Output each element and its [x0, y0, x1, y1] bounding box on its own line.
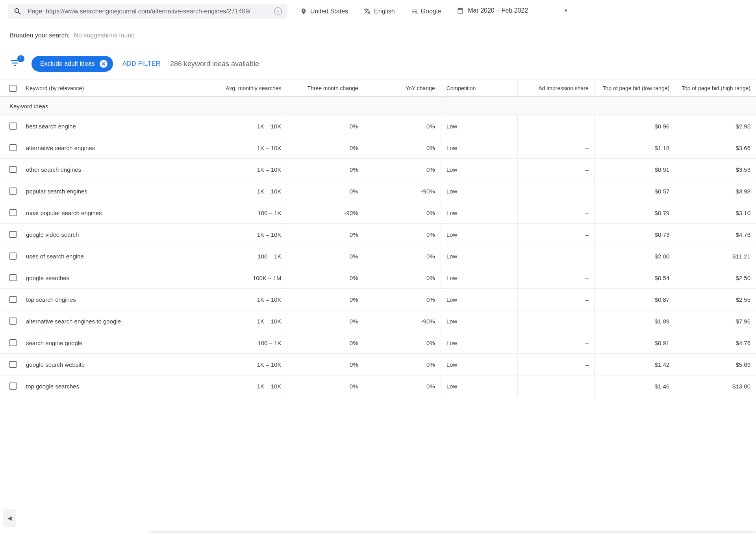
row-checkbox[interactable] — [9, 209, 17, 216]
close-icon[interactable]: ✕ — [100, 60, 107, 68]
info-icon[interactable]: i — [274, 7, 282, 15]
keyword-cell: uses of search engine — [26, 253, 84, 260]
avg-searches-cell: 1K – 10K — [170, 224, 287, 245]
yoy-cell: 0% — [364, 354, 441, 375]
table-row[interactable]: google video search1K – 10K0%0%Low–$0.73… — [0, 224, 756, 245]
row-checkbox[interactable] — [9, 123, 17, 130]
broaden-search-row: Broaden your search: No suggestions foun… — [0, 23, 756, 48]
three-month-cell: 0% — [287, 267, 364, 289]
competition-cell: Low — [441, 224, 517, 245]
three-month-cell: 0% — [287, 354, 364, 375]
bid-low-cell: $1.89 — [594, 310, 675, 332]
table-row[interactable]: google search website1K – 10K0%0%Low–$1.… — [0, 354, 756, 375]
row-checkbox[interactable] — [9, 296, 17, 303]
keyword-cell: alternative search engines — [26, 145, 95, 151]
avg-searches-cell: 1K – 10K — [170, 310, 287, 332]
yoy-cell: 0% — [364, 375, 441, 397]
translate-icon — [364, 8, 371, 15]
yoy-cell: 0% — [364, 202, 441, 224]
col-keyword[interactable]: Keyword (by relevance) — [26, 85, 84, 92]
three-month-cell: 0% — [287, 224, 364, 245]
row-checkbox[interactable] — [9, 339, 17, 346]
three-month-cell: -90% — [287, 202, 364, 224]
ad-impression-cell: – — [517, 375, 594, 397]
keyword-cell: google video search — [26, 231, 79, 238]
ad-impression-cell: – — [517, 115, 594, 137]
avg-searches-cell: 100 – 1K — [170, 245, 287, 267]
keyword-ideas-table: Keyword (by relevance) Avg. monthly sear… — [0, 80, 756, 397]
row-checkbox[interactable] — [9, 231, 17, 238]
three-month-cell: 0% — [287, 332, 364, 354]
avg-searches-cell: 1K – 10K — [170, 159, 287, 180]
avg-searches-cell: 100 – 1K — [170, 332, 287, 354]
keyword-cell: search engine google — [26, 340, 82, 346]
three-month-cell: 0% — [287, 159, 364, 180]
table-header-row: Keyword (by relevance) Avg. monthly sear… — [0, 80, 756, 97]
table-row[interactable]: popular search engines1K – 10K0%-90%Low–… — [0, 180, 756, 202]
yoy-cell: 0% — [364, 332, 441, 354]
table-row[interactable]: google searches100K – 1M0%0%Low–$0.54$2.… — [0, 267, 756, 289]
table-row[interactable]: other search engines1K – 10K0%0%Low–$0.9… — [0, 159, 756, 180]
yoy-cell: 0% — [364, 289, 441, 310]
yoy-cell: 0% — [364, 267, 441, 289]
table-row[interactable]: search engine google100 – 1K0%0%Low–$0.9… — [0, 332, 756, 354]
table-row[interactable]: best search engine1K – 10K0%0%Low–$0.96$… — [0, 115, 756, 137]
col-ad-impression[interactable]: Ad impression share — [517, 80, 594, 97]
competition-cell: Low — [441, 180, 517, 202]
bid-high-cell: $2.50 — [675, 267, 756, 289]
language-filter[interactable]: English — [364, 8, 395, 15]
bid-low-cell: $0.79 — [594, 202, 675, 224]
date-range-filter[interactable]: Mar 2020 – Feb 2022 ▼ — [457, 7, 568, 16]
row-checkbox[interactable] — [9, 383, 17, 390]
table-row[interactable]: alternative search engines to google1K –… — [0, 310, 756, 332]
table-row[interactable]: uses of search engine100 – 1K0%0%Low–$2.… — [0, 245, 756, 267]
chip-label: Exclude adult ideas — [40, 60, 95, 67]
ad-impression-cell: – — [517, 137, 594, 159]
search-page-url: Page: https://www.searchenginejournal.co… — [28, 7, 269, 16]
row-checkbox[interactable] — [9, 318, 17, 325]
col-competition[interactable]: Competition — [441, 80, 517, 97]
table-row[interactable]: top google searches1K – 10K0%0%Low–$1.46… — [0, 375, 756, 397]
table-row[interactable]: top search engines1K – 10K0%0%Low–$0.87$… — [0, 289, 756, 310]
col-bid-high[interactable]: Top of page bid (high range) — [675, 80, 756, 97]
yoy-cell: 0% — [364, 115, 441, 137]
bid-low-cell: $1.42 — [594, 354, 675, 375]
row-checkbox[interactable] — [9, 188, 17, 195]
table-row[interactable]: most popular search engines100 – 1K-90%0… — [0, 202, 756, 224]
search-pill[interactable]: Page: https://www.searchenginejournal.co… — [8, 4, 287, 19]
col-yoy[interactable]: YoY change — [364, 80, 441, 97]
avg-searches-cell: 1K – 10K — [170, 354, 287, 375]
competition-cell: Low — [441, 202, 517, 224]
competition-cell: Low — [441, 159, 517, 180]
section-label: Keyword ideas — [0, 97, 756, 115]
avg-searches-cell: 1K – 10K — [170, 180, 287, 202]
keyword-cell: top google searches — [26, 383, 79, 390]
ad-impression-cell: – — [517, 267, 594, 289]
row-checkbox[interactable] — [9, 274, 17, 281]
yoy-cell: -90% — [364, 180, 441, 202]
col-three-month[interactable]: Three month change — [287, 80, 364, 97]
table-row[interactable]: alternative search engines1K – 10K0%0%Lo… — [0, 137, 756, 159]
add-filter-button[interactable]: ADD FILTER — [122, 60, 161, 67]
active-filters-funnel[interactable]: 1 — [9, 58, 22, 70]
filter-chip-exclude-adult[interactable]: Exclude adult ideas ✕ — [32, 56, 113, 72]
row-checkbox[interactable] — [9, 166, 17, 173]
row-checkbox[interactable] — [9, 144, 17, 151]
col-avg-searches[interactable]: Avg. monthly searches — [170, 80, 287, 97]
competition-cell: Low — [441, 267, 517, 289]
select-all-checkbox[interactable] — [9, 85, 17, 92]
network-filter[interactable]: Google — [411, 8, 441, 15]
competition-cell: Low — [441, 289, 517, 310]
bid-high-cell: $7.96 — [675, 310, 756, 332]
bid-high-cell: $2.95 — [675, 115, 756, 137]
row-checkbox[interactable] — [9, 361, 17, 368]
bid-high-cell: $3.53 — [675, 159, 756, 180]
three-month-cell: 0% — [287, 115, 364, 137]
col-bid-low[interactable]: Top of page bid (low range) — [594, 80, 675, 97]
competition-cell: Low — [441, 137, 517, 159]
keyword-cell: google search website — [26, 361, 85, 368]
location-filter[interactable]: United States — [300, 8, 348, 15]
filter-row: 1 Exclude adult ideas ✕ ADD FILTER 286 k… — [0, 48, 756, 80]
ad-impression-cell: – — [517, 332, 594, 354]
row-checkbox[interactable] — [9, 253, 17, 260]
